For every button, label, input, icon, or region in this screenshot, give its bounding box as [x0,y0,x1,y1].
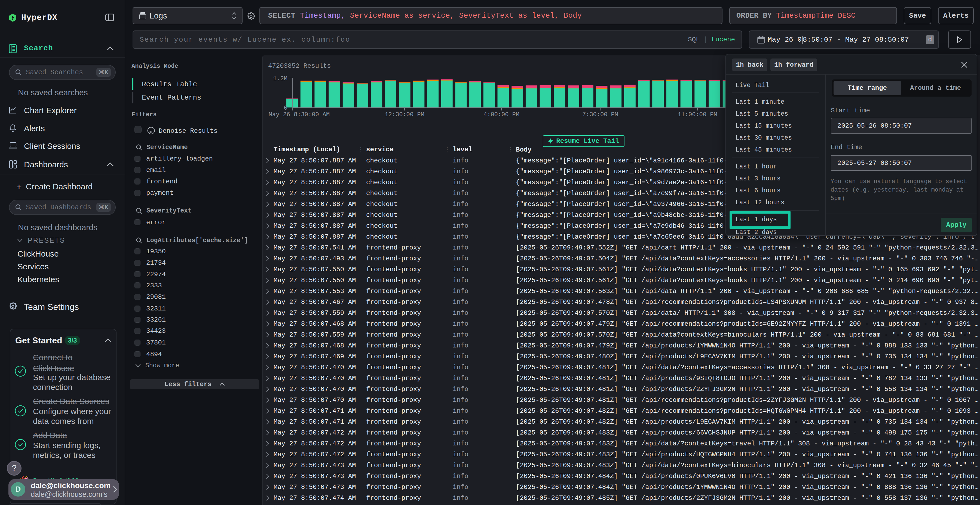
svg-text:12:30:00 PM: 12:30:00 PM [385,111,424,118]
svg-text:May 26 8:30:00 AM: May 26 8:30:00 AM [269,111,330,118]
svg-text:0: 0 [284,105,288,111]
svg-text:11:00:00 PM: 11:00:00 PM [678,111,717,118]
svg-text:7:30:00 PM: 7:30:00 PM [582,111,618,118]
svg-text:4:00:00 PM: 4:00:00 PM [484,111,519,118]
svg-text:1.2M: 1.2M [273,75,288,82]
